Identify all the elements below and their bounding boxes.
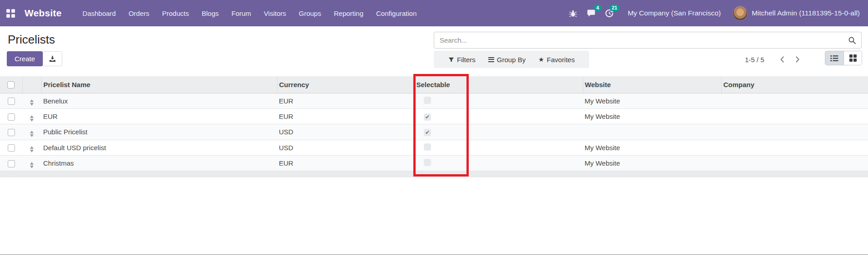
menu-orders[interactable]: Orders — [122, 0, 156, 26]
cell-website[interactable]: My Website — [583, 108, 721, 124]
odoo-backend-screen: Website Dashboard Orders Products Blogs … — [0, 0, 868, 255]
search-icon — [848, 36, 856, 44]
column-header-selectable[interactable]: Selectable — [414, 76, 583, 93]
row-checkbox[interactable] — [8, 144, 15, 152]
cell-currency[interactable]: USD — [277, 140, 414, 155]
cell-company[interactable] — [721, 124, 868, 140]
cell-company[interactable] — [721, 156, 868, 171]
bug-icon — [569, 9, 577, 18]
drag-handle-icon[interactable] — [30, 146, 34, 152]
selectable-checkbox[interactable]: ✔ — [424, 113, 431, 121]
selectable-checkbox[interactable]: ✔ — [424, 159, 431, 166]
menu-blogs[interactable]: Blogs — [195, 0, 225, 26]
user-name: Mitchell Admin (11181395-15-0-all) — [752, 9, 860, 17]
list-view-button[interactable] — [825, 51, 843, 65]
cell-pricelist-name[interactable]: EUR — [41, 108, 277, 124]
download-export-icon — [49, 55, 56, 63]
favorites-label: Favorites — [547, 56, 575, 64]
selectable-checkbox[interactable]: ✔ — [424, 143, 431, 151]
messages-button[interactable]: 4 — [582, 0, 600, 26]
filter-funnel-icon — [448, 57, 454, 63]
cell-currency[interactable]: EUR — [277, 156, 414, 171]
column-header-pricelist-name[interactable]: Pricelist Name — [41, 76, 277, 93]
row-checkbox[interactable] — [8, 113, 15, 121]
menu-groups[interactable]: Groups — [293, 0, 327, 26]
selectable-checkbox[interactable]: ✔ — [424, 97, 431, 104]
cell-website[interactable]: My Website — [583, 93, 721, 108]
menu-forum[interactable]: Forum — [225, 0, 258, 26]
cell-pricelist-name[interactable]: Christmas — [41, 156, 277, 171]
cell-company[interactable] — [721, 93, 868, 108]
app-brand[interactable]: Website — [21, 8, 68, 19]
cell-pricelist-name[interactable]: Default USD pricelist — [41, 140, 277, 155]
handle-column-header — [22, 76, 41, 93]
table-row[interactable]: EUR EUR ✔ My Website — [0, 108, 868, 124]
row-checkbox[interactable] — [8, 129, 15, 136]
search-bar — [434, 32, 862, 49]
menu-configuration[interactable]: Configuration — [370, 0, 423, 26]
export-button[interactable] — [43, 51, 62, 66]
activities-button[interactable]: 21 — [600, 0, 619, 26]
menu-dashboard[interactable]: Dashboard — [76, 0, 122, 26]
search-submit[interactable] — [843, 32, 861, 48]
apps-menu-button[interactable] — [0, 0, 21, 26]
row-checkbox[interactable] — [8, 98, 15, 105]
view-switcher — [825, 51, 862, 65]
cell-company[interactable] — [721, 108, 868, 124]
company-switcher[interactable]: My Company (San Francisco) — [619, 9, 733, 17]
cell-website[interactable]: My Website — [583, 156, 721, 171]
pricelists-list-view: Pricelist Name Currency Selectable Websi… — [0, 76, 868, 177]
create-button[interactable]: Create — [7, 51, 43, 66]
search-input[interactable] — [434, 36, 843, 44]
menu-products[interactable]: Products — [156, 0, 195, 26]
list-view-icon — [830, 55, 838, 62]
pager-range: 1-5 / 5 — [745, 56, 764, 64]
search-options-bar: Filters Group By ★ Favorites — [434, 51, 589, 68]
chevron-left-icon — [779, 55, 785, 64]
cell-currency[interactable]: USD — [277, 124, 414, 140]
drag-handle-icon[interactable] — [30, 162, 34, 168]
activities-badge: 21 — [610, 5, 620, 11]
cell-website[interactable]: My Website — [583, 140, 721, 155]
main-menu: Dashboard Orders Products Blogs Forum Vi… — [76, 0, 423, 26]
filters-label: Filters — [457, 56, 476, 64]
select-all-checkbox[interactable] — [7, 81, 15, 88]
debug-button[interactable] — [564, 0, 582, 26]
drag-handle-icon[interactable] — [30, 131, 34, 137]
pager-next-button[interactable] — [790, 51, 805, 68]
drag-handle-icon[interactable] — [30, 99, 34, 106]
top-navbar: Website Dashboard Orders Products Blogs … — [0, 0, 868, 26]
cell-website[interactable] — [583, 124, 721, 140]
pager-previous-button[interactable] — [774, 51, 790, 68]
table-row[interactable]: Public Pricelist USD ✔ — [0, 124, 868, 140]
selectable-checkbox[interactable]: ✔ — [424, 129, 431, 136]
chevron-right-icon — [794, 55, 801, 64]
filters-button[interactable]: Filters — [442, 56, 482, 64]
menu-visitors[interactable]: Visitors — [258, 0, 293, 26]
favorites-button[interactable]: ★ Favorites — [532, 56, 581, 64]
menu-reporting[interactable]: Reporting — [327, 0, 370, 26]
table-footer-strip — [0, 171, 868, 177]
cell-pricelist-name[interactable]: Public Pricelist — [41, 124, 277, 140]
row-checkbox[interactable] — [8, 160, 15, 167]
column-header-website[interactable]: Website — [583, 76, 721, 93]
kanban-view-button[interactable] — [843, 51, 862, 65]
page-title: Pricelists — [8, 33, 55, 47]
kanban-view-icon — [849, 54, 857, 62]
group-by-button[interactable]: Group By — [482, 56, 532, 64]
group-by-icon — [488, 57, 494, 62]
apps-grid-icon — [6, 9, 15, 18]
cell-pricelist-name[interactable]: Benelux — [41, 93, 277, 108]
cell-currency[interactable]: EUR — [277, 108, 414, 124]
table-row[interactable]: Default USD pricelist USD ✔ My Website — [0, 140, 868, 155]
table-row[interactable]: Christmas EUR ✔ My Website — [0, 156, 868, 171]
table-row[interactable]: Benelux EUR ✔ My Website — [0, 93, 868, 108]
star-icon: ★ — [538, 56, 544, 63]
column-header-company[interactable]: Company — [721, 76, 868, 93]
user-menu[interactable]: Mitchell Admin (11181395-15-0-all) — [733, 6, 868, 21]
cell-currency[interactable]: EUR — [277, 93, 414, 108]
cell-company[interactable] — [721, 140, 868, 155]
drag-handle-icon[interactable] — [30, 115, 34, 122]
column-header-currency[interactable]: Currency — [277, 76, 414, 93]
user-avatar — [733, 6, 748, 21]
